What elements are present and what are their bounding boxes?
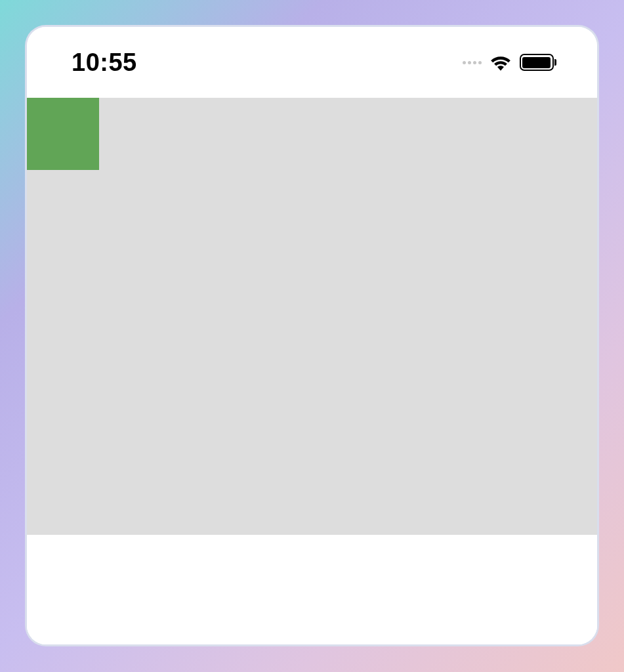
green-square[interactable] [27,98,99,170]
canvas-area[interactable] [27,98,597,535]
status-time: 10:55 [72,49,137,77]
wifi-icon [489,54,512,71]
bottom-area [27,535,597,644]
cellular-icon [463,61,482,64]
status-indicators [463,54,557,71]
battery-icon [520,54,557,71]
device-frame: 10:55 [25,25,599,646]
status-bar: 10:55 [27,27,597,98]
content-area [27,98,597,644]
